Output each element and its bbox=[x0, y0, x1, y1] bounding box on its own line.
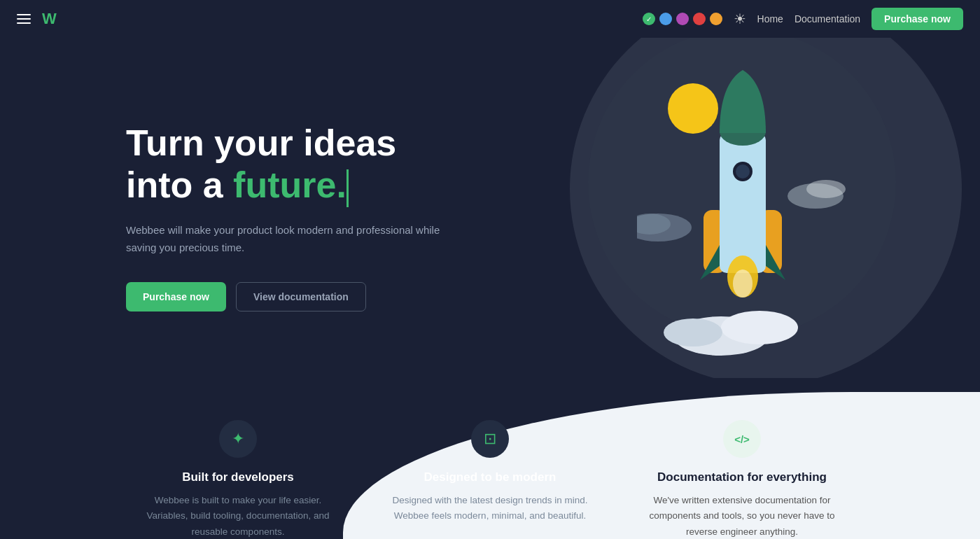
features-grid: ✦ Built for developers Webbee is built t… bbox=[0, 392, 980, 539]
hero-content: Turn your ideas into a future. Webbee wi… bbox=[0, 80, 448, 353]
swatch-blue[interactable] bbox=[659, 13, 672, 25]
svg-point-4 bbox=[806, 180, 846, 198]
hero-purchase-button[interactable]: Purchase now bbox=[126, 282, 226, 312]
hero-title-line2: into a future. bbox=[126, 164, 349, 205]
swatch-purple[interactable] bbox=[676, 13, 689, 25]
feature-desc-1: Webbee is built to make your life easier… bbox=[140, 493, 336, 539]
swatch-orange[interactable] bbox=[710, 13, 722, 25]
cursor-blink bbox=[346, 169, 349, 207]
sun-circle bbox=[668, 83, 718, 134]
feature-card-2: ⊡ Designed to be modern Designed with th… bbox=[364, 406, 616, 539]
logo: W bbox=[42, 10, 56, 28]
feature-card-3: </> Documentation for everything We've w… bbox=[616, 406, 868, 539]
color-swatches: ✓ bbox=[643, 13, 722, 25]
feature-icon-symbol-2: ⊡ bbox=[484, 430, 496, 448]
navbar: W ✓ ☀ Home Documentation Purchase now bbox=[0, 0, 980, 38]
nav-right: ✓ ☀ Home Documentation Purchase now bbox=[643, 8, 963, 30]
hero-docs-button[interactable]: View documentation bbox=[236, 282, 366, 312]
svg-point-12 bbox=[736, 164, 750, 178]
nav-left: W bbox=[17, 10, 56, 28]
nav-home-link[interactable]: Home bbox=[757, 13, 783, 24]
feature-icon-3: </> bbox=[723, 420, 761, 458]
svg-point-2 bbox=[664, 318, 722, 346]
svg-point-14 bbox=[733, 270, 752, 298]
theme-toggle-icon[interactable]: ☀ bbox=[734, 10, 746, 27]
hero-title: Turn your ideas into a future. bbox=[126, 122, 448, 206]
feature-desc-3: We've written extensive documentation fo… bbox=[644, 493, 840, 539]
hero-title-highlight: future. bbox=[233, 164, 346, 205]
nav-purchase-button[interactable]: Purchase now bbox=[872, 8, 963, 30]
feature-title-2: Designed to be modern bbox=[392, 470, 588, 484]
hero-illustration bbox=[504, 0, 980, 378]
feature-title-3: Documentation for everything bbox=[644, 470, 840, 484]
svg-rect-9 bbox=[720, 133, 766, 273]
feature-title-1: Built for developers bbox=[140, 470, 336, 484]
feature-icon-symbol-3: </> bbox=[734, 433, 750, 445]
feature-icon-1: ✦ bbox=[219, 420, 257, 458]
rocket-svg bbox=[637, 42, 847, 364]
nav-docs-link[interactable]: Documentation bbox=[794, 13, 860, 24]
feature-icon-symbol-1: ✦ bbox=[232, 430, 244, 448]
hero-subtitle: Webbee will make your product look moder… bbox=[126, 221, 448, 257]
feature-icon-2: ⊡ bbox=[471, 420, 509, 458]
hero-cta-group: Purchase now View documentation bbox=[126, 282, 448, 312]
hero-title-prefix: into a bbox=[126, 164, 233, 205]
hero-section: Turn your ideas into a future. Webbee wi… bbox=[0, 0, 980, 378]
hero-title-line1: Turn your ideas bbox=[126, 122, 396, 163]
swatch-red[interactable] bbox=[693, 13, 706, 25]
rocket-wrap bbox=[637, 42, 847, 336]
svg-point-1 bbox=[721, 311, 798, 344]
swatch-green[interactable]: ✓ bbox=[643, 13, 655, 25]
features-inner: ✦ Built for developers Webbee is built t… bbox=[0, 392, 980, 539]
feature-card-1: ✦ Built for developers Webbee is built t… bbox=[112, 406, 364, 539]
hamburger-menu[interactable] bbox=[17, 14, 31, 24]
feature-desc-2: Designed with the latest design trends i… bbox=[392, 493, 588, 524]
features-section: ✦ Built for developers Webbee is built t… bbox=[0, 378, 980, 539]
